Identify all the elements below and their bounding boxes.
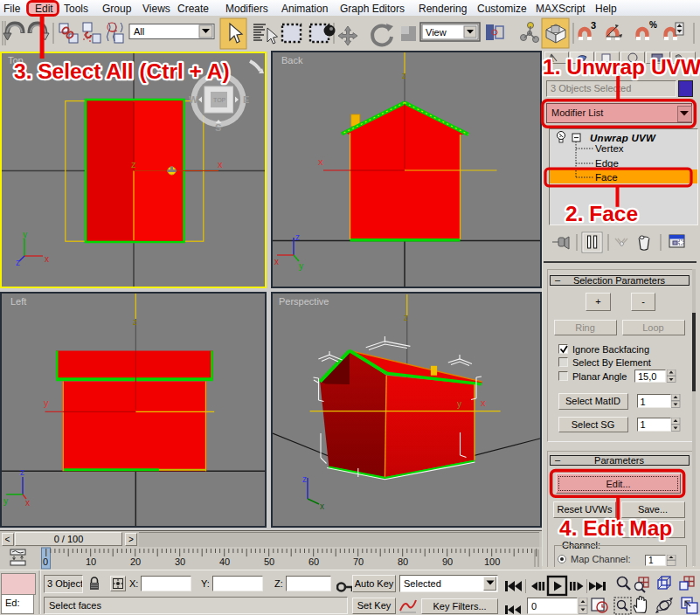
svg-text:Back: Back — [281, 55, 303, 66]
svg-text:70: 70 — [353, 556, 364, 567]
svg-text:x: x — [318, 156, 323, 167]
svg-text:y: y — [457, 399, 461, 409]
svg-text:0: 0 — [43, 556, 48, 567]
svg-text:80: 80 — [398, 556, 408, 567]
svg-text:x: x — [218, 159, 223, 169]
svg-text:x: x — [320, 501, 324, 511]
svg-text:Vertex: Vertex — [595, 143, 624, 154]
svg-text:Face: Face — [595, 172, 618, 183]
svg-text:30: 30 — [175, 556, 185, 567]
svg-text:z: z — [131, 159, 136, 169]
svg-text:y: y — [44, 397, 49, 408]
svg-text:S: S — [215, 122, 221, 133]
svg-text:x: x — [274, 257, 279, 266]
svg-text:Top: Top — [8, 55, 24, 66]
svg-text:Left: Left — [10, 296, 26, 307]
svg-text:50: 50 — [264, 556, 274, 567]
svg-text:60: 60 — [308, 556, 319, 567]
svg-text:All: All — [134, 26, 144, 37]
svg-text:x: x — [25, 498, 30, 508]
svg-text:10: 10 — [86, 556, 96, 567]
svg-text:Map Channel:: Map Channel: — [571, 554, 631, 564]
svg-text:TOP: TOP — [213, 97, 226, 103]
svg-text:z: z — [16, 258, 20, 267]
svg-text:y: y — [299, 261, 303, 271]
svg-text:y: y — [23, 230, 27, 239]
svg-text:90: 90 — [442, 556, 453, 567]
svg-text:3: 3 — [591, 20, 596, 31]
svg-text:z: z — [402, 71, 406, 80]
svg-text:40: 40 — [219, 556, 230, 567]
svg-text:z: z — [404, 313, 408, 322]
svg-text:Edge: Edge — [595, 158, 619, 169]
svg-text:x: x — [481, 397, 486, 408]
svg-text:View: View — [426, 27, 447, 38]
svg-text:Unwrap UVW: Unwrap UVW — [590, 133, 656, 143]
svg-text:z: z — [20, 467, 24, 477]
svg-text:z: z — [133, 317, 137, 327]
svg-text:Perspective: Perspective — [279, 296, 329, 307]
svg-text:20: 20 — [130, 556, 141, 567]
svg-text:E: E — [243, 94, 249, 105]
svg-text:z: z — [295, 232, 300, 242]
svg-text:x: x — [45, 254, 49, 264]
svg-text:%: % — [649, 20, 657, 30]
svg-text:y: y — [3, 496, 8, 506]
svg-text:z: z — [302, 474, 307, 484]
svg-text:100: 100 — [484, 556, 500, 567]
svg-text:W: W — [189, 94, 198, 105]
